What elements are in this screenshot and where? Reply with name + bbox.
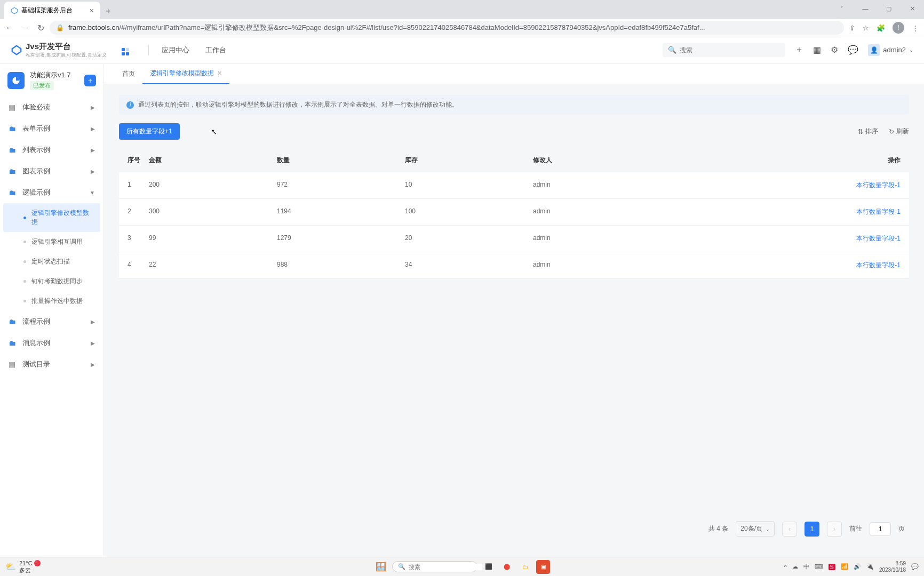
sub-item-modify-model[interactable]: 逻辑引擎修改模型数据	[3, 203, 100, 232]
kebab-icon[interactable]: ⋮	[912, 24, 919, 32]
minimize-icon[interactable]: —	[854, 0, 877, 17]
cell-qty: 1279	[277, 234, 405, 243]
logo-icon	[11, 44, 22, 56]
search-box[interactable]: 🔍	[663, 43, 785, 57]
plus-icon[interactable]: ＋	[795, 44, 803, 55]
toolbar: 所有数量字段+1 ⇅ 排序 ↻ 刷新	[119, 115, 909, 148]
profile-icon[interactable]: !	[893, 22, 904, 34]
close-tab-icon[interactable]: ✕	[217, 70, 222, 77]
row-decrement-link[interactable]: 本行数量字段-1	[856, 181, 901, 189]
sidebar-item-chart[interactable]: 🖿 图表示例 ▶	[0, 161, 103, 182]
sub-item-dingtalk-sync[interactable]: 钉钉考勤数据同步	[0, 271, 103, 291]
cell-op: 本行数量字段-1	[661, 234, 901, 243]
folder-icon: 🖿	[9, 188, 17, 197]
tab-logic-modify[interactable]: 逻辑引擎修改模型数据 ✕	[142, 64, 229, 84]
close-icon[interactable]: ×	[90, 6, 94, 15]
sidebar-item-message[interactable]: 🖿 消息示例 ▶	[0, 332, 103, 354]
table-header: 序号 金额 数量 库存 修改人 操作	[119, 148, 909, 172]
project-header: 功能演示v1.7 已发布 +	[0, 64, 103, 97]
dashboard-icon[interactable]	[122, 45, 129, 55]
maximize-icon[interactable]: ▢	[877, 0, 901, 17]
lock-icon: 🔒	[56, 24, 64, 31]
gear-icon[interactable]: ⚙	[831, 45, 838, 55]
info-banner: i 通过列表页的按钮，联动逻辑引擎对模型的数据进行修改，本示例展示了对全表数据、…	[119, 95, 909, 115]
dot-icon	[23, 217, 26, 219]
folder-icon: 🖿	[9, 167, 17, 175]
message-icon[interactable]: 💬	[848, 45, 858, 55]
grid-icon[interactable]: ▦	[813, 45, 821, 55]
cell-stock: 10	[405, 181, 533, 190]
nav-app-center[interactable]: 应用中心	[162, 45, 189, 55]
project-icon	[7, 72, 25, 89]
chevron-right-icon: ▶	[91, 169, 95, 174]
nav-workbench[interactable]: 工作台	[205, 45, 226, 55]
logo-subtitle: 私有部署.集成扩展.可视配置.灵活定义	[26, 52, 107, 59]
sidebar-item-experience[interactable]: ▤ 体验必读 ▶	[0, 97, 103, 118]
row-decrement-link[interactable]: 本行数量字段-1	[856, 235, 901, 242]
sidebar-item-test[interactable]: ▤ 测试目录 ▶	[0, 354, 103, 375]
forward-icon[interactable]: →	[21, 23, 30, 33]
cell-stock: 34	[405, 261, 533, 270]
avatar: 👤	[868, 44, 880, 56]
cell-modifier: admin	[533, 261, 661, 270]
cell-stock: 100	[405, 207, 533, 217]
add-button[interactable]: +	[84, 75, 96, 86]
star-icon[interactable]: ☆	[863, 24, 869, 32]
back-icon[interactable]: ←	[5, 23, 14, 33]
doc-icon: ▤	[9, 103, 17, 111]
chevron-right-icon: ▶	[91, 147, 95, 153]
sub-item-timer-scan[interactable]: 定时状态扫描	[0, 252, 103, 271]
th-modifier: 修改人	[533, 156, 661, 165]
chevron-down-icon[interactable]: ˅	[830, 0, 854, 17]
chevron-right-icon: ▶	[91, 340, 95, 346]
cell-modifier: admin	[533, 207, 661, 217]
chevron-down-icon: ⌄	[766, 526, 770, 532]
next-page-button[interactable]: ›	[827, 522, 842, 537]
svg-marker-0	[11, 7, 18, 14]
page-size-select[interactable]: 20条/页 ⌄	[736, 521, 775, 537]
sub-item-mutual-call[interactable]: 逻辑引擎相互调用	[0, 232, 103, 252]
chevron-right-icon: ▶	[91, 362, 95, 367]
increment-all-button[interactable]: 所有数量字段+1	[119, 123, 180, 140]
sub-item-batch-op[interactable]: 批量操作选中数据	[0, 291, 103, 311]
sidebar-item-form[interactable]: 🖿 表单示例 ▶	[0, 118, 103, 139]
browser-tab[interactable]: 基础框架服务后台 ×	[4, 2, 100, 19]
sort-button[interactable]: ⇅ 排序	[858, 127, 878, 136]
url-field[interactable]: 🔒 frame.bctools.cn/#/myiframe/urlPath?na…	[50, 21, 844, 35]
tab-home[interactable]: 首页	[115, 64, 142, 84]
row-decrement-link[interactable]: 本行数量字段-1	[856, 261, 901, 269]
user-menu[interactable]: 👤 admin2 ⌄	[868, 44, 913, 56]
logo-title: Jvs开发平台	[26, 42, 71, 51]
page-number-button[interactable]: 1	[804, 522, 819, 537]
info-icon: i	[126, 101, 134, 109]
content-tabs: 首页 逻辑引擎修改模型数据 ✕	[104, 64, 924, 84]
sidebar-item-flow[interactable]: 🖿 流程示例 ▶	[0, 311, 103, 332]
cell-amount: 22	[149, 261, 277, 270]
refresh-icon: ↻	[889, 128, 894, 135]
th-amount: 金额	[149, 156, 277, 165]
sidebar-item-list[interactable]: 🖿 列表示例 ▶	[0, 139, 103, 161]
cell-stock: 20	[405, 234, 533, 243]
nav-controls: ← → ↻	[5, 23, 44, 33]
extension-icon[interactable]: 🧩	[877, 24, 885, 32]
cell-op: 本行数量字段-1	[661, 207, 901, 217]
share-icon[interactable]: ⇪	[849, 24, 855, 32]
close-window-icon[interactable]: ✕	[901, 0, 924, 17]
reload-icon[interactable]: ↻	[37, 23, 44, 33]
row-decrement-link[interactable]: 本行数量字段-1	[856, 208, 901, 215]
goto-input[interactable]	[870, 522, 891, 536]
th-qty: 数量	[277, 156, 405, 165]
page-unit: 页	[898, 524, 905, 533]
refresh-button[interactable]: ↻ 刷新	[889, 127, 909, 136]
logo: Jvs开发平台 私有部署.集成扩展.可视配置.灵活定义	[11, 42, 107, 59]
search-input[interactable]	[680, 46, 780, 54]
app-header: Jvs开发平台 私有部署.集成扩展.可视配置.灵活定义 应用中心 工作台 🔍 ＋…	[0, 36, 924, 64]
cell-modifier: admin	[533, 234, 661, 243]
sidebar-item-logic[interactable]: 🖿 逻辑示例 ▼	[0, 182, 103, 203]
sort-icon: ⇅	[858, 128, 863, 135]
address-bar: ← → ↻ 🔒 frame.bctools.cn/#/myiframe/urlP…	[0, 19, 924, 36]
window-controls: ˅ — ▢ ✕	[830, 0, 924, 17]
prev-page-button[interactable]: ‹	[782, 522, 797, 537]
new-tab-button[interactable]: +	[100, 3, 116, 19]
cell-index: 1	[128, 181, 149, 190]
